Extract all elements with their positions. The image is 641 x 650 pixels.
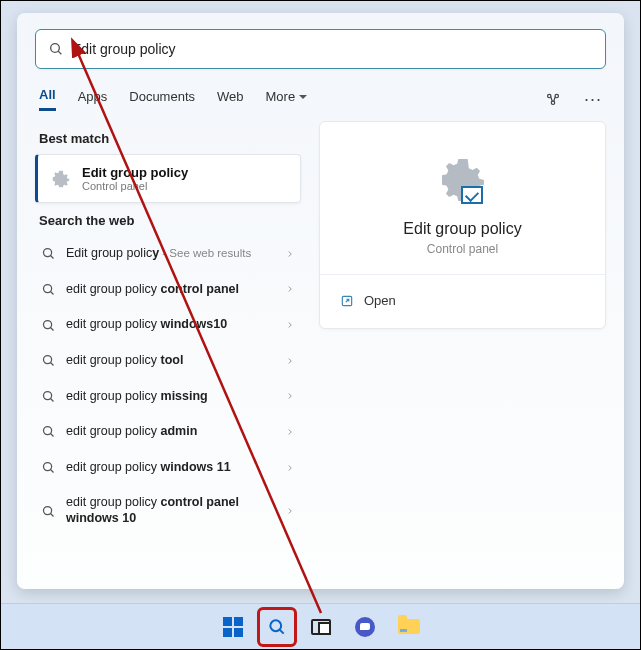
windows-logo-icon [223,617,243,637]
best-match-subtitle: Control panel [82,180,188,192]
open-button[interactable]: Open [338,285,587,316]
svg-line-23 [279,629,283,633]
search-icon [41,504,56,519]
preview-subtitle: Control panel [338,242,587,256]
web-result-text: edit group policy windows10 [66,317,275,333]
svg-point-4 [551,101,554,104]
tab-apps[interactable]: Apps [78,89,108,110]
search-icon [41,282,56,297]
search-icon [41,460,56,475]
web-result-item[interactable]: edit group policy control panel windows … [35,485,301,536]
web-result-text: edit group policy control panel [66,282,275,298]
search-input[interactable] [72,41,593,57]
svg-line-14 [51,398,54,401]
svg-point-13 [44,391,52,399]
preview-title: Edit group policy [338,220,587,238]
web-result-item[interactable]: edit group policy windows 11 [35,450,301,486]
chat-button[interactable] [347,609,383,645]
web-result-item[interactable]: Edit group policy - See web results [35,236,301,272]
best-match-heading: Best match [39,131,297,146]
web-result-text: Edit group policy - See web results [66,246,275,262]
web-result-item[interactable]: edit group policy admin [35,414,301,450]
search-icon [267,617,287,637]
overflow-menu[interactable]: ··· [584,89,602,110]
preview-card: Edit group policy Control panel Open [319,121,606,329]
chevron-right-icon [285,463,295,473]
web-result-item[interactable]: edit group policy windows10 [35,307,301,343]
svg-point-22 [270,620,281,631]
svg-point-5 [44,249,52,257]
svg-point-11 [44,356,52,364]
checkmark-badge-icon [461,186,483,204]
chevron-right-icon [285,427,295,437]
svg-line-6 [51,256,54,259]
web-results-list: Edit group policy - See web resultsedit … [35,236,301,537]
chevron-right-icon [285,506,295,516]
file-explorer-button[interactable] [391,609,427,645]
task-view-button[interactable] [303,609,339,645]
gear-icon [50,168,72,190]
chevron-right-icon [285,249,295,259]
search-icon [41,246,56,261]
svg-point-9 [44,320,52,328]
search-icon [41,353,56,368]
chevron-right-icon [285,284,295,294]
web-result-text: edit group policy tool [66,353,275,369]
search-icon [41,424,56,439]
results-column: Best match Edit group policy Control pan… [35,121,301,537]
web-result-text: edit group policy admin [66,424,275,440]
svg-point-7 [44,284,52,292]
search-web-heading: Search the web [39,213,297,228]
svg-line-10 [51,327,54,330]
svg-point-17 [44,463,52,471]
open-label: Open [364,293,396,308]
search-icon [41,389,56,404]
web-result-text: edit group policy windows 11 [66,460,275,476]
tab-more[interactable]: More [266,89,308,110]
web-result-item[interactable]: edit group policy missing [35,379,301,415]
tab-web[interactable]: Web [217,89,244,110]
tab-documents[interactable]: Documents [129,89,195,110]
web-result-item[interactable]: edit group policy control panel [35,272,301,308]
folder-icon [398,619,420,634]
search-icon [41,318,56,333]
external-app-icon[interactable] [544,90,562,108]
best-match-item[interactable]: Edit group policy Control panel [35,154,301,203]
chat-icon [355,617,375,637]
svg-line-20 [51,513,54,516]
preview-column: Edit group policy Control panel Open [319,121,606,537]
web-result-item[interactable]: edit group policy tool [35,343,301,379]
svg-line-16 [51,434,54,437]
best-match-title: Edit group policy [82,165,188,180]
divider [320,274,605,275]
preview-gear-icon [435,152,491,208]
svg-line-1 [58,51,61,54]
svg-line-12 [51,363,54,366]
chevron-right-icon [285,356,295,366]
search-panel: All Apps Documents Web More ··· Best mat… [17,13,624,589]
svg-point-15 [44,427,52,435]
filter-tabs: All Apps Documents Web More ··· [39,87,602,111]
taskbar-search-button[interactable] [259,609,295,645]
chevron-right-icon [285,320,295,330]
web-result-text: edit group policy control panel windows … [66,495,275,526]
open-external-icon [340,294,354,308]
task-view-icon [311,619,331,635]
chevron-right-icon [285,391,295,401]
svg-line-8 [51,291,54,294]
svg-line-18 [51,470,54,473]
svg-point-19 [44,506,52,514]
start-button[interactable] [215,609,251,645]
svg-point-0 [51,44,60,53]
web-result-text: edit group policy missing [66,389,275,405]
taskbar [1,603,640,649]
tab-all[interactable]: All [39,87,56,111]
search-box[interactable] [35,29,606,69]
search-icon [48,41,64,57]
